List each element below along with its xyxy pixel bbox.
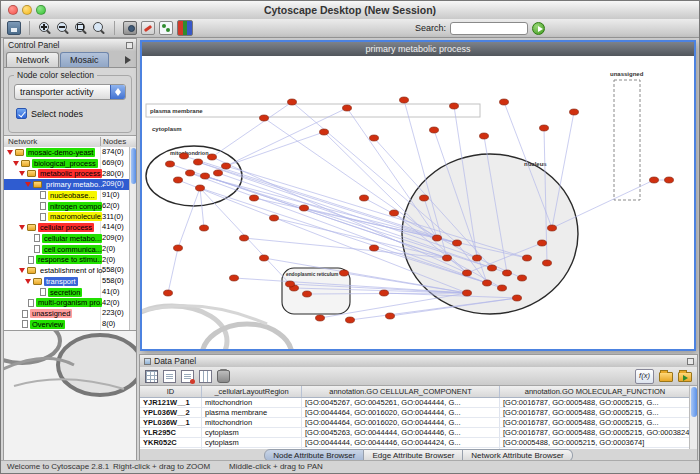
- tab-overflow-icon[interactable]: [125, 56, 131, 64]
- tree-item[interactable]: nucleobase...91(0): [4, 190, 129, 201]
- function-builder-icon[interactable]: f(x): [635, 369, 654, 384]
- zoom-in-icon[interactable]: [38, 21, 52, 35]
- network-node[interactable]: [650, 177, 659, 183]
- trash-icon[interactable]: [217, 370, 230, 383]
- data-panel-scrollbar-thumb[interactable]: [691, 387, 697, 417]
- network-node[interactable]: [443, 255, 452, 261]
- data-panel-scrollbar[interactable]: [689, 386, 697, 449]
- network-node[interactable]: [523, 255, 532, 261]
- select-nodes-checkbox[interactable]: [16, 108, 27, 119]
- network-node[interactable]: [543, 260, 552, 266]
- tree-column-nodes[interactable]: Nodes: [103, 136, 126, 147]
- tree-item[interactable]: mosaic-demo-yeast874(0): [4, 147, 129, 158]
- table-row[interactable]: YLR295Ccytoplasm[GO:0045263, GO:0044444,…: [140, 428, 689, 438]
- network-node[interactable]: [316, 315, 325, 321]
- control-panel-float-button[interactable]: [126, 42, 133, 49]
- network-node[interactable]: [483, 280, 492, 286]
- tree-column-network[interactable]: Network: [8, 136, 37, 147]
- network-node[interactable]: [498, 285, 507, 291]
- hide-selected-icon[interactable]: [141, 21, 155, 35]
- table-row[interactable]: YJR121W__1mitochondrion[GO:0045267, GO:0…: [140, 398, 689, 408]
- network-node[interactable]: [260, 255, 269, 261]
- network-node[interactable]: [260, 115, 269, 121]
- table-row[interactable]: YPL036W__2plasma membrane[GO:0044464, GO…: [140, 408, 689, 418]
- network-node[interactable]: [360, 195, 369, 201]
- tree-item[interactable]: response to stimu...2(0): [4, 255, 129, 266]
- network-node[interactable]: [400, 97, 409, 103]
- search-go-button[interactable]: [532, 22, 545, 35]
- new-attribute-icon[interactable]: [163, 370, 176, 383]
- table-column-header[interactable]: ID: [140, 386, 202, 397]
- network-node[interactable]: [386, 313, 395, 319]
- zoom-selected-region-icon[interactable]: [74, 21, 88, 35]
- network-node[interactable]: [433, 235, 442, 241]
- network-node[interactable]: [240, 235, 249, 241]
- table-row[interactable]: YKR052Ccytoplasm[GO:0044444, GO:0044446,…: [140, 438, 689, 448]
- network-edge[interactable]: [292, 102, 457, 243]
- network-node[interactable]: [250, 195, 259, 201]
- save-session-icon[interactable]: [7, 21, 21, 35]
- network-node[interactable]: [453, 240, 462, 246]
- zoom-out-icon[interactable]: [56, 21, 70, 35]
- tree-item[interactable]: biological_process669(0): [4, 158, 129, 169]
- tree-item[interactable]: metabolic process280(0): [4, 169, 129, 180]
- tree-item[interactable]: Overview8(0): [4, 319, 129, 330]
- network-view-frame[interactable]: primary metabolic process plasma membran…: [140, 40, 696, 351]
- tree-item[interactable]: cellular metabo...209(0): [4, 233, 129, 244]
- network-node[interactable]: [488, 265, 497, 271]
- network-node[interactable]: [380, 290, 389, 296]
- data-panel-float-button[interactable]: [687, 358, 694, 365]
- tree-scrollbar[interactable]: [129, 147, 136, 330]
- network-node[interactable]: [500, 99, 509, 105]
- network-node[interactable]: [286, 281, 295, 287]
- tree-expand-icon[interactable]: [19, 171, 25, 176]
- network-node[interactable]: [214, 170, 223, 176]
- network-node[interactable]: [208, 154, 217, 160]
- table-column-header[interactable]: annotation.GO MOLECULAR_FUNCTION: [500, 386, 689, 397]
- tab-network[interactable]: Network: [6, 52, 59, 67]
- network-node[interactable]: [300, 205, 309, 211]
- network-node[interactable]: [570, 109, 579, 115]
- tree-item[interactable]: cell communica...2(0): [4, 244, 129, 255]
- network-node[interactable]: [222, 163, 231, 169]
- network-node[interactable]: [503, 270, 512, 276]
- network-node[interactable]: [230, 275, 239, 281]
- snapshot-icon[interactable]: [123, 21, 137, 35]
- network-node[interactable]: [196, 185, 205, 191]
- network-node[interactable]: [164, 290, 173, 296]
- tree-expand-icon[interactable]: [13, 161, 19, 166]
- color-attribute-dropdown[interactable]: transporter activity: [14, 84, 126, 100]
- select-attributes-icon[interactable]: [145, 370, 158, 383]
- edit-columns-icon[interactable]: [199, 370, 212, 383]
- network-node[interactable]: [186, 170, 195, 176]
- tree-expand-icon[interactable]: [19, 225, 25, 230]
- network-edge[interactable]: [168, 248, 178, 293]
- network-node[interactable]: [463, 270, 472, 276]
- network-node[interactable]: [346, 317, 355, 323]
- tree-expand-icon[interactable]: [25, 279, 31, 284]
- tree-scrollbar-thumb[interactable]: [131, 148, 136, 184]
- import-attributes-folder-icon[interactable]: [659, 372, 673, 382]
- tree-item[interactable]: secretion41(0): [4, 287, 129, 298]
- network-node[interactable]: [303, 291, 312, 297]
- tree-item[interactable]: nitrogen compo...62(0): [4, 201, 129, 212]
- tree-item[interactable]: unassigned223(0): [4, 308, 129, 319]
- network-node[interactable]: [180, 153, 189, 159]
- network-node[interactable]: [370, 245, 379, 251]
- search-input[interactable]: [450, 22, 528, 35]
- load-attributes-folder-icon[interactable]: [678, 372, 692, 382]
- network-node[interactable]: [480, 133, 489, 139]
- tree-item[interactable]: multi-organism pro...42(0): [4, 298, 129, 309]
- network-node[interactable]: [430, 127, 439, 133]
- tree-item[interactable]: cellular process414(0): [4, 222, 129, 233]
- tree-expand-icon[interactable]: [25, 182, 31, 187]
- tree-column-separator[interactable]: [100, 137, 101, 146]
- birds-eye-view[interactable]: [4, 330, 136, 462]
- network-node[interactable]: [200, 225, 209, 231]
- tree-item[interactable]: establishment of lo...558(0): [4, 265, 129, 276]
- network-node[interactable]: [513, 295, 522, 301]
- table-column-header[interactable]: annotation.GO CELLULAR_COMPONENT: [302, 386, 500, 397]
- table-row[interactable]: YPL036W__1mitochondrion[GO:0044464, GO:0…: [140, 418, 689, 428]
- zoom-fit-icon[interactable]: [92, 21, 106, 35]
- network-node[interactable]: [194, 159, 203, 165]
